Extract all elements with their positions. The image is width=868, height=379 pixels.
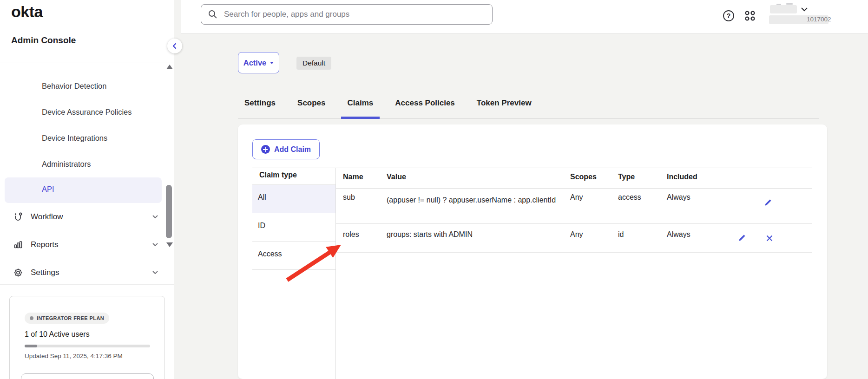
plan-updated-text: Updated Sep 11, 2025, 4:17:36 PM	[25, 353, 123, 359]
topbar: ? 1017002	[181, 0, 868, 33]
plus-circle-icon	[261, 145, 270, 154]
add-claim-label: Add Claim	[274, 145, 311, 154]
column-header-value: Value	[387, 173, 406, 181]
search-icon	[208, 9, 218, 20]
tab-claims[interactable]: Claims	[341, 88, 380, 119]
chevron-down-icon	[152, 241, 158, 249]
chevron-left-icon	[171, 42, 178, 50]
cell-scopes: Any	[570, 230, 583, 239]
cell-name: roles	[343, 230, 359, 239]
edit-claim-button[interactable]	[737, 233, 748, 243]
sidebar-item-administrators[interactable]: Administrators	[42, 158, 91, 170]
cell-scopes: Any	[570, 193, 583, 202]
table-header-border	[336, 188, 812, 189]
sidebar-section-settings[interactable]: Settings	[9, 262, 165, 283]
claim-type-label: Access	[258, 250, 282, 258]
row-border	[336, 252, 812, 253]
plan-card: INTEGRATOR FREE PLAN 1 of 10 Active user…	[9, 296, 165, 379]
column-header-type: Type	[618, 173, 635, 181]
sidebar-section-label: Settings	[31, 268, 152, 277]
tab-scopes[interactable]: Scopes	[291, 88, 332, 119]
tab-settings[interactable]: Settings	[238, 88, 282, 119]
plan-status-dot-icon	[30, 316, 33, 320]
sidebar-section-workflow[interactable]: Workflow	[9, 207, 165, 227]
column-header-name: Name	[343, 173, 363, 181]
column-header-included: Included	[667, 173, 697, 181]
claim-type-divider	[335, 168, 336, 379]
sidebar-section-reports[interactable]: Reports	[9, 235, 165, 255]
claim-type-label: All	[258, 193, 266, 202]
status-label: Active	[243, 59, 267, 67]
console-title: Admin Console	[11, 35, 76, 46]
default-badge: Default	[296, 57, 331, 70]
plan-usage-text: 1 of 10 Active users	[25, 330, 90, 339]
search-input[interactable]	[223, 9, 487, 20]
cell-included: Always	[667, 230, 690, 239]
sidebar-divider-top	[0, 63, 174, 63]
gear-icon	[13, 268, 23, 278]
apps-grid-button[interactable]	[743, 9, 756, 22]
help-button[interactable]: ?	[722, 9, 735, 22]
status-dropdown-button[interactable]: Active	[238, 52, 279, 73]
plan-card-button-cutoff[interactable]	[21, 373, 154, 379]
claim-type-label: ID	[258, 222, 265, 230]
collapse-sidebar-button[interactable]	[167, 39, 182, 53]
cell-value: (appuser != null) ? appuser.userName : a…	[387, 193, 566, 207]
redacted-email-fragment: 1017002	[807, 16, 831, 23]
claim-type-all[interactable]: All	[252, 185, 335, 213]
tab-bar: Settings Scopes Claims Access Policies T…	[238, 88, 819, 119]
sidebar-item-api[interactable]: API	[5, 177, 162, 203]
reports-icon	[13, 240, 23, 250]
chevron-down-icon	[152, 213, 158, 221]
okta-logo: okta	[11, 3, 43, 21]
okta-admin-console: okta Admin Console Behavior Detection De…	[0, 0, 868, 379]
apps-grid-icon	[743, 9, 756, 22]
claim-type-id[interactable]: ID	[252, 213, 335, 241]
chevron-down-icon	[801, 6, 808, 13]
cell-included: Always	[667, 193, 690, 202]
add-claim-button[interactable]: Add Claim	[252, 139, 320, 159]
help-glyph: ?	[722, 9, 735, 22]
sidebar-section-label: Workflow	[31, 212, 152, 222]
sidebar-divider-bottom	[0, 284, 174, 285]
redacted-text-fragment	[786, 3, 793, 5]
row-border	[336, 223, 812, 224]
scroll-up-icon[interactable]	[166, 65, 173, 69]
sidebar-item-api-label: API	[42, 185, 54, 194]
tab-token-preview[interactable]: Token Preview	[470, 88, 538, 119]
cell-type: access	[618, 193, 641, 202]
pencil-icon	[763, 198, 773, 207]
global-search	[201, 4, 493, 25]
plan-usage-progressbar	[25, 345, 150, 347]
user-menu[interactable]: 1017002	[764, 2, 861, 30]
plan-badge-label: INTEGRATOR FREE PLAN	[37, 315, 104, 321]
column-header-scopes: Scopes	[570, 173, 597, 181]
close-icon	[766, 235, 773, 242]
claim-type-access[interactable]: Access	[252, 242, 335, 269]
plan-badge: INTEGRATOR FREE PLAN	[25, 313, 109, 324]
sidebar-item-behavior-detection[interactable]: Behavior Detection	[42, 80, 106, 91]
caret-down-icon	[270, 62, 274, 64]
chevron-down-icon	[152, 268, 158, 277]
workflow-icon	[13, 212, 23, 222]
delete-claim-button[interactable]	[766, 235, 776, 245]
sidebar-section-label: Reports	[31, 240, 152, 249]
redacted-username	[770, 5, 797, 13]
row-border	[252, 269, 335, 270]
claim-type-header: Claim type	[259, 171, 297, 179]
cell-name: sub	[343, 193, 355, 202]
section-top-border	[252, 168, 812, 168]
scroll-down-icon[interactable]	[166, 242, 173, 247]
edit-claim-button[interactable]	[763, 198, 774, 208]
tab-access-policies[interactable]: Access Policies	[388, 88, 461, 119]
sidebar-scrollbar-thumb[interactable]	[166, 185, 172, 238]
sidebar: okta Admin Console Behavior Detection De…	[0, 0, 174, 379]
claims-panel: Add Claim Claim type All ID Access Name …	[238, 124, 827, 379]
plan-usage-progress-fill	[25, 345, 37, 347]
pencil-icon	[737, 233, 747, 242]
cell-type: id	[618, 230, 624, 239]
sidebar-item-device-integrations[interactable]: Device Integrations	[42, 132, 107, 144]
cell-value: groups: starts with ADMIN	[387, 230, 566, 239]
sidebar-item-device-assurance-policies[interactable]: Device Assurance Policies	[42, 106, 132, 118]
